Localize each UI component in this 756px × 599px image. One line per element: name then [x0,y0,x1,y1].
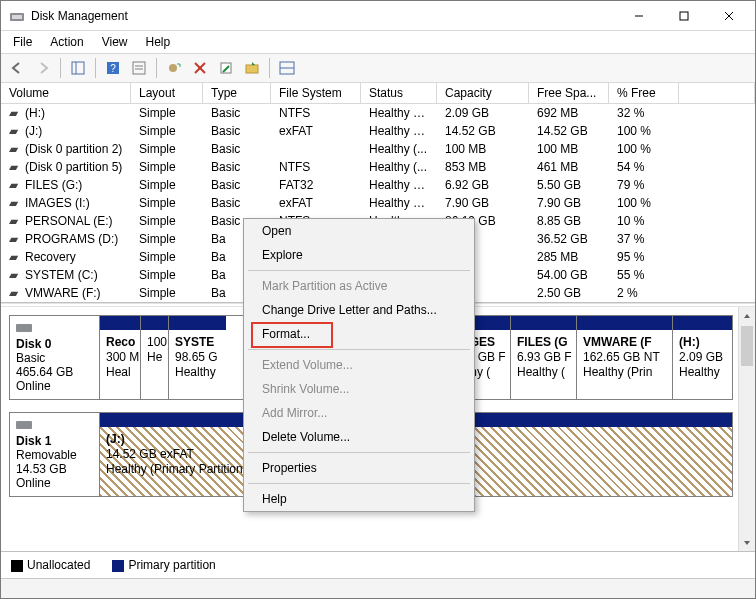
disk-label[interactable]: Disk 1Removable14.53 GBOnline [10,413,100,496]
column-header-pctfree[interactable]: % Free [609,83,679,103]
rescan-button[interactable] [240,56,264,80]
scroll-thumb[interactable] [741,326,753,366]
volume-name: PERSONAL (E:) [25,214,113,228]
column-header-volume[interactable]: Volume [1,83,131,103]
forward-button[interactable] [31,56,55,80]
properties-button[interactable] [214,56,238,80]
table-row[interactable]: ▰(J:)SimpleBasicexFATHealthy (P...14.52 … [1,122,755,140]
volume-name: IMAGES (I:) [25,196,90,210]
partition-status: Healthy [679,365,726,380]
vertical-scrollbar[interactable] [738,307,755,551]
partition-status: Healthy ( [517,365,570,380]
disk-name: Disk 0 [16,337,51,351]
cell-freespace: 54.00 GB [529,265,609,285]
menubar: File Action View Help [1,31,755,53]
context-menu-item[interactable]: Format... [244,322,474,346]
scroll-down-button[interactable] [739,534,755,551]
cell-pctfree: 54 % [609,157,679,177]
cell-layout: Simple [131,283,203,303]
table-row[interactable]: ▰(Disk 0 partition 5)SimpleBasicNTFSHeal… [1,158,755,176]
cell-capacity: 14.52 GB [437,121,529,141]
cell-capacity: 7.90 GB [437,193,529,213]
cell-type: Basic [203,193,271,213]
cell-pctfree: 79 % [609,175,679,195]
context-menu-item[interactable]: Delete Volume... [244,425,474,449]
maximize-button[interactable] [661,2,706,30]
context-menu-item[interactable]: Open [244,219,474,243]
partition-block[interactable]: Reco300 MHeal [100,316,140,399]
partition-block[interactable]: FILES (G6.93 GB FHealthy ( [510,316,576,399]
volume-icon: ▰ [9,250,23,264]
disk-type: Removable [16,448,77,462]
svg-rect-17 [246,65,258,73]
menu-help[interactable]: Help [138,33,179,51]
cell-freespace: 8.85 GB [529,211,609,231]
context-menu-item[interactable]: Change Drive Letter and Paths... [244,298,474,322]
volume-icon: ▰ [9,160,23,174]
app-icon [9,8,25,24]
partition-size: 98.65 G [175,350,220,365]
table-row[interactable]: ▰IMAGES (I:)SimpleBasicexFATHealthy (P..… [1,194,755,212]
column-header-status[interactable]: Status [361,83,437,103]
context-menu-item[interactable]: Explore [244,243,474,267]
column-header-layout[interactable]: Layout [131,83,203,103]
help-button[interactable]: ? [101,56,125,80]
cell-pctfree: 95 % [609,247,679,267]
column-header-type[interactable]: Type [203,83,271,103]
cell-freespace: 14.52 GB [529,121,609,141]
close-button[interactable] [706,2,751,30]
table-row[interactable]: ▰(Disk 0 partition 2)SimpleBasicHealthy … [1,140,755,158]
show-hide-console-tree-button[interactable] [66,56,90,80]
swatch-primary-icon [112,560,124,572]
cell-freespace: 7.90 GB [529,193,609,213]
volume-icon: ▰ [9,286,23,300]
scroll-up-button[interactable] [739,307,755,324]
volume-icon: ▰ [9,142,23,156]
svg-text:?: ? [110,63,116,74]
svg-rect-6 [72,62,84,74]
table-row[interactable]: ▰(H:)SimpleBasicNTFSHealthy (P...2.09 GB… [1,104,755,122]
partition-block[interactable]: VMWARE (F162.65 GB NTHealthy (Prin [576,316,672,399]
partition-stripe [169,316,226,330]
volume-icon: ▰ [9,232,23,246]
context-menu: OpenExploreMark Partition as ActiveChang… [243,218,475,512]
swatch-unallocated-icon [11,560,23,572]
volume-name: (Disk 0 partition 2) [25,142,122,156]
cell-capacity: 853 MB [437,157,529,177]
column-header-filesystem[interactable]: File System [271,83,361,103]
bottom-pane-view-button[interactable] [275,56,299,80]
column-header-freespace[interactable]: Free Spa... [529,83,609,103]
menu-view[interactable]: View [94,33,136,51]
window-title: Disk Management [31,9,616,23]
action-list-button[interactable] [127,56,151,80]
delete-button[interactable] [188,56,212,80]
menu-file[interactable]: File [5,33,40,51]
cell-status: Healthy (... [361,157,437,177]
partition-size: 2.09 GB [679,350,726,365]
svg-rect-21 [16,421,32,429]
column-header-capacity[interactable]: Capacity [437,83,529,103]
cell-freespace: 692 MB [529,103,609,123]
disk-management-window: Disk Management File Action View Help ? … [0,0,756,599]
context-menu-item[interactable]: Help [244,487,474,511]
minimize-button[interactable] [616,2,661,30]
column-header-spacer[interactable] [679,83,755,103]
context-menu-item[interactable]: Properties [244,456,474,480]
cell-pctfree: 37 % [609,229,679,249]
partition-block[interactable]: (H:)2.09 GBHealthy [672,316,732,399]
menu-action[interactable]: Action [42,33,91,51]
cell-pctfree: 55 % [609,265,679,285]
disk-state: Online [16,379,51,393]
partition-stripe [141,316,168,330]
cell-freespace: 5.50 GB [529,175,609,195]
back-button[interactable] [5,56,29,80]
table-row[interactable]: ▰FILES (G:)SimpleBasicFAT32Healthy (P...… [1,176,755,194]
partition-body: 100He [141,330,168,399]
context-menu-separator [248,483,470,484]
disk-label[interactable]: Disk 0Basic465.64 GBOnline [10,316,100,399]
partition-block[interactable]: SYSTE98.65 GHealthy [168,316,226,399]
cell-status: Healthy (P... [361,175,437,195]
partition-block[interactable]: 100He [140,316,168,399]
context-menu-item: Mark Partition as Active [244,274,474,298]
refresh-button[interactable] [162,56,186,80]
